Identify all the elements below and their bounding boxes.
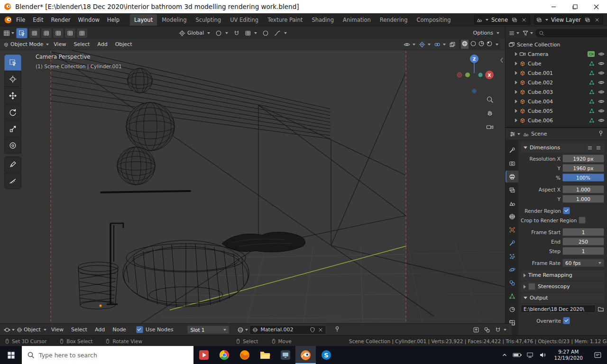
outliner-row-cube-002[interactable]: Cube.002: [506, 78, 607, 87]
outliner-row-cube-006[interactable]: Cube.006: [506, 116, 607, 125]
taskbar-clock[interactable]: 9:27 AM 12/19/2020: [550, 349, 587, 361]
expand-icon[interactable]: [515, 90, 517, 94]
xray-toggle[interactable]: [449, 41, 456, 48]
shader-menu-node[interactable]: Node: [109, 325, 129, 334]
tab-output[interactable]: [506, 171, 518, 182]
editor-type-button[interactable]: [3, 28, 15, 38]
aspect-y-field[interactable]: 1.000: [562, 195, 604, 203]
tab-material[interactable]: [506, 303, 518, 315]
fake-user-shield-icon[interactable]: [310, 327, 315, 333]
zoom-icon[interactable]: [486, 96, 494, 103]
workspace-tab-modeling[interactable]: Modeling: [157, 14, 191, 26]
shading-dropdown-caret[interactable]: [496, 44, 498, 46]
workspace-tab-rendering[interactable]: Rendering: [376, 14, 412, 26]
frame-step-field[interactable]: 1: [562, 247, 604, 255]
menu-edit[interactable]: Edit: [29, 15, 47, 25]
output-path-field[interactable]: E:\blender\18 Dec 2020\: [521, 305, 596, 313]
outliner-row-cube-004[interactable]: Cube.004: [506, 97, 607, 106]
shading-material-button[interactable]: [478, 40, 485, 48]
properties-editor-type-button[interactable]: [509, 129, 521, 139]
view-layer-selector[interactable]: View Layer: [534, 15, 603, 25]
tool-transform[interactable]: [4, 137, 21, 154]
tab-physics[interactable]: [506, 264, 518, 275]
options-dropdown[interactable]: Options: [471, 30, 501, 36]
taskbar-search[interactable]: Type here to search: [22, 346, 193, 364]
scene-selector[interactable]: Scene: [474, 15, 530, 25]
tool-scale[interactable]: [4, 121, 21, 137]
presets-icon[interactable]: [587, 145, 593, 151]
tab-object-data[interactable]: [506, 290, 518, 302]
viewport-menu-select[interactable]: Select: [70, 40, 93, 49]
shading-solid-button[interactable]: [470, 40, 477, 48]
object-mode-dropdown[interactable]: Object Mode: [3, 39, 49, 50]
outliner-filter-button[interactable]: [522, 28, 533, 38]
select-subtract-button[interactable]: [53, 28, 64, 38]
outliner-editor-type-button[interactable]: [508, 28, 520, 38]
hide-eye-toggle[interactable]: [598, 117, 605, 124]
minimize-button[interactable]: [543, 0, 564, 13]
parent-node-tree-icon[interactable]: [473, 327, 479, 333]
outliner-row-cube[interactable]: Cube: [506, 59, 607, 68]
tool-cursor[interactable]: [4, 71, 21, 87]
workspace-tab-layout[interactable]: Layout: [130, 14, 157, 26]
skype-icon[interactable]: S: [316, 346, 336, 364]
hide-eye-toggle[interactable]: [598, 60, 605, 67]
node-link-icon[interactable]: [484, 327, 490, 333]
tab-constraints[interactable]: [506, 277, 518, 289]
hide-eye-toggle[interactable]: [598, 70, 605, 76]
tab-object[interactable]: [506, 224, 518, 236]
outliner-search-input[interactable]: [535, 29, 607, 37]
viewport-3d[interactable]: Object Mode View Select Add Object: [0, 39, 505, 323]
expand-icon[interactable]: [515, 100, 517, 103]
gizmos-dropdown[interactable]: [419, 41, 431, 48]
tab-render[interactable]: [506, 157, 518, 169]
object-visibility-dropdown[interactable]: [404, 41, 415, 48]
network-icon[interactable]: [524, 346, 536, 364]
file-explorer-icon[interactable]: [255, 346, 275, 364]
viewport-canvas[interactable]: [0, 39, 505, 323]
remove-view-layer-button[interactable]: [593, 16, 601, 24]
snapping-dropdown[interactable]: [243, 30, 259, 36]
chrome-icon[interactable]: [214, 346, 234, 364]
pan-hand-icon[interactable]: [486, 109, 494, 117]
new-scene-button[interactable]: [511, 16, 518, 24]
viewport-menu-view[interactable]: View: [50, 40, 69, 49]
aspect-x-field[interactable]: 1.000: [562, 185, 604, 193]
stereoscopy-checkbox[interactable]: [528, 283, 535, 290]
transform-orientation-dropdown[interactable]: Global: [177, 30, 212, 36]
tool-rotate[interactable]: [4, 104, 21, 120]
select-set-button[interactable]: [29, 28, 40, 38]
menu-window[interactable]: Window: [74, 15, 103, 25]
falloff-dropdown[interactable]: [272, 30, 289, 36]
panel-menu-icon[interactable]: [596, 145, 601, 151]
workspace-tab-texture-paint[interactable]: Texture Paint: [263, 14, 307, 26]
outliner-row-scene-collection[interactable]: Scene Collection: [506, 40, 607, 49]
close-button[interactable]: [586, 0, 607, 13]
viewport-menu-object[interactable]: Object: [112, 40, 136, 49]
tab-tool[interactable]: [506, 144, 518, 156]
node-snapping-dropdown[interactable]: [495, 327, 506, 333]
menu-render[interactable]: Render: [47, 15, 74, 25]
outliner-row-cube-003[interactable]: Cube.003: [506, 87, 607, 97]
workspace-tab-animation[interactable]: Animation: [339, 14, 375, 26]
browse-folder-icon[interactable]: [598, 306, 604, 312]
volume-icon[interactable]: [537, 346, 549, 364]
firefox-icon[interactable]: [234, 346, 255, 364]
material-slot-dropdown[interactable]: Slot 1: [187, 326, 229, 334]
pin-id-button[interactable]: [598, 130, 604, 138]
tab-particles[interactable]: [506, 250, 518, 262]
output-panel-header[interactable]: Output: [521, 293, 604, 303]
overlays-dropdown[interactable]: [434, 41, 446, 48]
workspace-tab-compositing[interactable]: Compositing: [412, 14, 455, 26]
blender-menu-logo-icon[interactable]: [4, 16, 12, 24]
crop-region-checkbox[interactable]: [579, 217, 586, 224]
hide-eye-toggle[interactable]: [598, 98, 605, 105]
outliner-row-cube-001[interactable]: Cube.001: [506, 68, 607, 78]
frame-start-field[interactable]: 1: [562, 228, 604, 236]
resolution-pct-slider[interactable]: 100%: [562, 173, 604, 182]
dimensions-panel-header[interactable]: Dimensions: [521, 143, 604, 153]
frame-rate-dropdown[interactable]: 60 fps: [562, 259, 604, 267]
shader-editor-type-button[interactable]: [3, 325, 15, 335]
resolution-y-field[interactable]: 1960 px: [562, 164, 604, 172]
select-intersect-button[interactable]: [76, 28, 88, 38]
